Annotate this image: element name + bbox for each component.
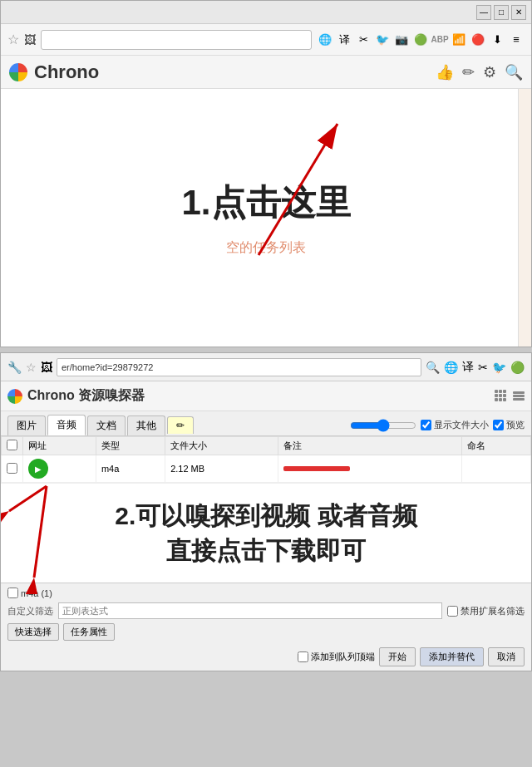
bird-icon2[interactable]: 🐦 [492, 361, 506, 374]
tab-audio[interactable]: 音频 [47, 415, 86, 435]
quick-select-btn[interactable]: 快速选择 [7, 623, 59, 641]
filter-row: 自定义筛选 禁用扩展名筛选 [7, 602, 525, 619]
resource-table: 网址 类型 文件大小 备注 命名 ▶ m4a 2.12 MB [1, 436, 531, 483]
page-icon: 🖼 [24, 33, 36, 47]
search-icon2[interactable]: 🔍 [426, 361, 440, 374]
top-window: — □ ✕ ☆ 🖼 🌐 译 ✂ 🐦 📷 🟢 ABP 📶 🔴 ⬇ ≡ Chrono… [0, 0, 532, 347]
edit-icon[interactable]: ✏ [462, 63, 475, 81]
minimize-btn[interactable]: — [476, 5, 491, 20]
disable-ext-label: 禁用扩展名筛选 [447, 605, 525, 617]
chrome-logo-2 [7, 389, 22, 404]
filter-slider[interactable] [350, 419, 416, 432]
header-url: 网址 [23, 437, 96, 455]
row-name-cell [461, 455, 530, 483]
add-to-queue-label: 添加到队列顶端 [298, 651, 375, 663]
red-dot-icon[interactable]: 🔴 [470, 32, 486, 48]
thumbup-icon[interactable]: 👍 [436, 63, 454, 81]
green-icon2[interactable]: 🟢 [510, 361, 525, 374]
grid-view-icon[interactable] [495, 390, 508, 403]
row-checkbox[interactable] [7, 463, 17, 474]
address-bar[interactable] [41, 30, 312, 50]
header-type: 类型 [96, 437, 165, 455]
add-btn[interactable]: 添加并替代 [420, 647, 484, 666]
ext-action-icons: 👍 ✏ ⚙ 🔍 [436, 63, 523, 81]
table-row: ▶ m4a 2.12 MB [2, 455, 531, 483]
table-header-row: 网址 类型 文件大小 备注 命名 [2, 437, 531, 455]
signal-icon[interactable]: 📶 [451, 32, 467, 48]
task-props-btn[interactable]: 任务属性 [63, 623, 115, 641]
translate-icon[interactable]: 译 [336, 32, 352, 48]
star-icon[interactable]: ☆ [7, 32, 19, 47]
browser-toolbar-2: 🔧 ☆ 🖼 🔍 🌐 译 ✂ 🐦 🟢 [1, 353, 531, 381]
empty-label: 空的任务列表 [226, 239, 306, 257]
chrono-title-2: Chrono 资源嗅探器 [27, 387, 145, 405]
download-icon[interactable]: ⬇ [489, 32, 505, 48]
close-btn[interactable]: ✕ [511, 5, 526, 20]
maximize-btn[interactable]: □ [494, 5, 509, 20]
search-icon[interactable]: 🔍 [505, 63, 523, 81]
row-note-cell [278, 455, 461, 483]
header-name: 命名 [461, 437, 530, 455]
bottom-controls: m4a (1) 自定义筛选 禁用扩展名筛选 快速选择 任务属性 添加到队列顶端 … [1, 583, 531, 671]
ext-bar2-right [495, 390, 525, 403]
filter-label-text: 自定义筛选 [7, 605, 53, 617]
disable-ext-checkbox[interactable] [447, 606, 458, 617]
extension-icons: 🌐 译 ✂ 🐦 📷 🟢 ABP 📶 🔴 ⬇ ≡ [317, 32, 525, 48]
row-checkbox-cell [2, 455, 23, 483]
select-all-checkbox[interactable] [7, 440, 17, 450]
cut-icon2[interactable]: ✂ [478, 361, 488, 374]
browser-toolbar: ☆ 🖼 🌐 译 ✂ 🐦 📷 🟢 ABP 📶 🔴 ⬇ ≡ [1, 24, 531, 56]
table-container: 网址 类型 文件大小 备注 命名 ▶ m4a 2.12 MB [1, 436, 531, 483]
abp-icon[interactable]: ABP [431, 32, 448, 48]
filetype-label: m4a (1) [7, 588, 525, 598]
main-content-bottom: 2.可以嗅探到视频 或者音频 直接点击下载即可 [1, 483, 531, 583]
translate-icon2[interactable]: 译 [462, 360, 474, 375]
start-btn[interactable]: 开始 [379, 647, 416, 666]
globe-icon2[interactable]: 🌐 [444, 361, 458, 374]
instruction-text-1: 1.点击这里 [181, 179, 350, 226]
quick-btns: 快速选择 任务属性 [7, 623, 525, 641]
header-checkbox-col [2, 437, 23, 455]
bottom-window: 🔧 ☆ 🖼 🔍 🌐 译 ✂ 🐦 🟢 Chrono 资源嗅探器 [0, 352, 532, 671]
menu-icon[interactable]: ≡ [508, 32, 525, 48]
cut-icon[interactable]: ✂ [355, 32, 372, 48]
cancel-btn[interactable]: 取消 [488, 647, 525, 666]
instruction-text-2: 2.可以嗅探到视频 或者音频 直接点击下载即可 [115, 499, 416, 568]
chrome-logo [9, 63, 27, 81]
page-icon2: 🖼 [41, 361, 52, 374]
tabs-row: 图片 音频 文档 其他 ✏ 显示文件大小 预览 [1, 411, 531, 436]
tab-right-controls: 显示文件大小 预览 [350, 419, 525, 432]
show-filesize-checkbox[interactable] [421, 420, 431, 430]
filter-input[interactable] [58, 602, 442, 619]
titlebar: — □ ✕ [1, 1, 531, 24]
bird-icon[interactable]: 🐦 [374, 32, 391, 48]
settings-icon[interactable]: ⚙ [483, 63, 496, 81]
green-icon[interactable]: 🟢 [412, 32, 429, 48]
preview-label: 预览 [493, 419, 525, 431]
tab-other[interactable]: 其他 [127, 415, 165, 435]
preview-checkbox[interactable] [493, 420, 504, 430]
note-bar [283, 466, 350, 471]
chrono-title: Chrono [34, 61, 99, 83]
add-to-queue-checkbox[interactable] [298, 651, 308, 662]
show-filesize-label: 显示文件大小 [421, 419, 489, 431]
header-note: 备注 [278, 437, 461, 455]
tab-document[interactable]: 文档 [87, 415, 126, 435]
settings-icon2[interactable]: 🔧 [7, 361, 22, 374]
row-url-cell: ▶ [23, 455, 96, 483]
play-button[interactable]: ▶ [28, 459, 48, 479]
scrollbar[interactable] [518, 89, 531, 347]
tab-image[interactable]: 图片 [7, 415, 46, 435]
camera-icon[interactable]: 📷 [393, 32, 410, 48]
filetype-checkbox[interactable] [7, 588, 18, 598]
list-view-icon[interactable] [513, 391, 525, 401]
header-filesize: 文件大小 [165, 437, 278, 455]
star-icon2[interactable]: ☆ [26, 361, 37, 374]
row-filesize-cell: 2.12 MB [165, 455, 278, 483]
address-bar-2[interactable] [57, 358, 421, 376]
action-row: 添加到队列顶端 开始 添加并替代 取消 [7, 645, 525, 666]
globe-icon[interactable]: 🌐 [317, 32, 333, 48]
filetype-row: m4a (1) [7, 588, 525, 598]
tab-edit[interactable]: ✏ [167, 416, 194, 434]
ext-bar: Chrono 👍 ✏ ⚙ 🔍 [1, 56, 531, 89]
